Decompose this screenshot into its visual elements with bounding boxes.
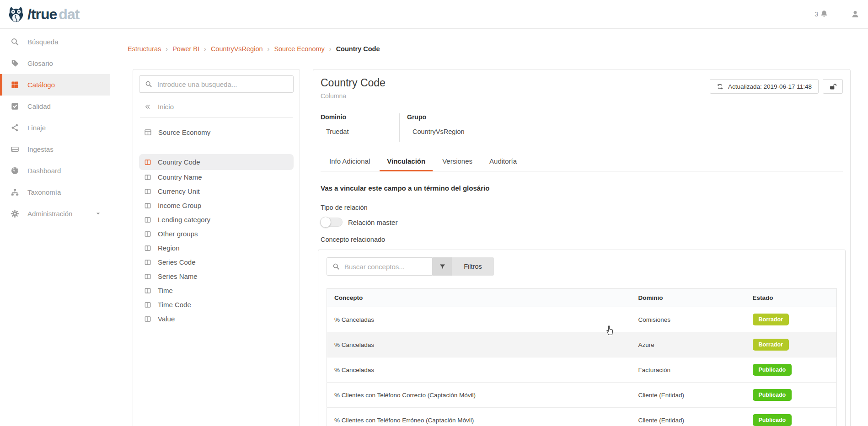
tag-icon bbox=[11, 59, 19, 68]
sidebar-item-ingestas[interactable]: Ingestas bbox=[0, 138, 110, 160]
truedat-logo[interactable]: /truedat bbox=[6, 5, 79, 24]
owl-logo-icon bbox=[6, 5, 26, 24]
notification-count: 3 bbox=[814, 11, 818, 18]
brand-text-primary: /true bbox=[27, 6, 57, 23]
updated-button[interactable]: Actualizada: 2019-06-17 11:48 bbox=[710, 79, 819, 94]
column-item-income-group[interactable]: Income Group bbox=[139, 198, 294, 213]
columns-icon bbox=[144, 287, 151, 294]
check-square-icon bbox=[11, 102, 19, 111]
user-icon[interactable] bbox=[851, 10, 860, 19]
column-item-label: Country Code bbox=[158, 158, 200, 166]
sidebar-item-catalogo[interactable]: Catálogo bbox=[0, 74, 110, 96]
sidebar-item-busqueda[interactable]: Búsqueda bbox=[0, 31, 110, 53]
domain-value: Truedat bbox=[326, 128, 399, 135]
column-item-other-groups[interactable]: Other groups bbox=[139, 227, 294, 241]
breadcrumb-separator: › bbox=[204, 45, 206, 53]
tab-auditoria[interactable]: Auditoría bbox=[489, 157, 517, 171]
back-to-home-link[interactable]: Inicio bbox=[144, 103, 294, 111]
column-item-label: Value bbox=[158, 315, 175, 323]
concept-link-panel: Filtros ConceptoDominioEstado % Cancelad… bbox=[318, 250, 846, 426]
column-header-concepto: Concepto bbox=[327, 289, 631, 307]
status-cell: Publicado bbox=[745, 383, 837, 408]
column-item-country-name[interactable]: Country Name bbox=[139, 170, 294, 184]
refresh-icon bbox=[717, 83, 723, 90]
domain-cell: Facturación bbox=[631, 357, 745, 383]
table-row[interactable]: % CanceladasAzureBorrador bbox=[327, 332, 837, 357]
main-content: Estructuras›Power BI›CountryVsRegion›Sou… bbox=[111, 29, 868, 426]
column-item-currency-unit[interactable]: Currency Unit bbox=[139, 184, 294, 198]
table-row[interactable]: % CanceladasComisionesBorrador bbox=[327, 307, 837, 332]
table-row[interactable]: % CanceladasFacturaciónPublicado bbox=[327, 357, 837, 383]
relation-type-label: Tipo de relación bbox=[321, 204, 843, 211]
sidebar-item-label: Calidad bbox=[27, 102, 51, 110]
lock-button[interactable] bbox=[823, 79, 843, 94]
concept-cell: % Clientes con Teléfono Erróneo (Captaci… bbox=[327, 408, 631, 426]
brand-text-secondary: dat bbox=[59, 6, 79, 23]
gauge-icon bbox=[11, 166, 19, 175]
column-item-time[interactable]: Time bbox=[139, 283, 294, 298]
breadcrumb-link-power-bi[interactable]: Power BI bbox=[172, 45, 199, 53]
tab-info-adicional[interactable]: Info Adicional bbox=[329, 157, 370, 171]
status-cell: Borrador bbox=[745, 332, 837, 357]
sidebar-item-dashboard[interactable]: Dashboard bbox=[0, 160, 110, 181]
parent-structure-item[interactable]: Source Economy bbox=[139, 125, 294, 140]
column-item-label: Time bbox=[158, 287, 173, 294]
breadcrumb-link-estructuras[interactable]: Estructuras bbox=[128, 45, 161, 53]
notifications-button[interactable]: 3 bbox=[814, 10, 829, 19]
column-item-label: Series Name bbox=[158, 272, 198, 280]
sidebar-item-taxonomia[interactable]: Taxonomía bbox=[0, 181, 110, 203]
metadata-section: Dominio Truedat Grupo CountryVsRegion bbox=[321, 113, 843, 142]
columns-icon bbox=[144, 188, 151, 195]
detail-panel: Country Code Columna Actualizada: 2019-0… bbox=[313, 69, 851, 426]
angles-left-icon bbox=[144, 103, 151, 110]
structure-search-box[interactable] bbox=[139, 75, 294, 93]
breadcrumb-link-source-economy[interactable]: Source Economy bbox=[274, 45, 324, 53]
filters-button[interactable]: Filtros bbox=[452, 257, 494, 276]
concept-search-cluster: Filtros bbox=[327, 257, 837, 276]
concept-search-box[interactable] bbox=[327, 257, 433, 276]
columns-icon bbox=[144, 301, 151, 309]
column-item-value[interactable]: Value bbox=[139, 312, 294, 326]
structure-search-input[interactable] bbox=[157, 80, 288, 88]
sidebar-item-glosario[interactable]: Glosario bbox=[0, 53, 110, 74]
column-item-label: Lending category bbox=[158, 216, 210, 224]
columns-icon bbox=[144, 230, 151, 238]
sitemap-icon bbox=[11, 188, 19, 197]
table-row[interactable]: % Clientes con Teléfono Erróneo (Captaci… bbox=[327, 408, 837, 426]
columns-icon bbox=[144, 273, 151, 280]
sidebar-item-calidad[interactable]: Calidad bbox=[0, 96, 110, 117]
page-title: Country Code bbox=[321, 77, 386, 89]
toggle-knob bbox=[320, 217, 331, 228]
filter-icon-button[interactable] bbox=[433, 257, 452, 276]
column-item-series-code[interactable]: Series Code bbox=[139, 255, 294, 269]
sidebar-item-administracion[interactable]: Administración bbox=[0, 203, 110, 224]
domain-cell: Cliente (Entidad) bbox=[631, 408, 745, 426]
inbox-icon bbox=[11, 145, 19, 154]
status-badge: Borrador bbox=[753, 314, 789, 325]
columns-icon bbox=[144, 216, 151, 224]
column-item-series-name[interactable]: Series Name bbox=[139, 269, 294, 283]
tab-vinculacion[interactable]: Vinculación bbox=[387, 157, 425, 171]
parent-structure-label: Source Economy bbox=[158, 128, 210, 136]
table-icon bbox=[144, 128, 152, 136]
column-item-country-code[interactable]: Country Code bbox=[139, 154, 294, 170]
column-item-time-code[interactable]: Time Code bbox=[139, 298, 294, 312]
columns-icon bbox=[144, 315, 151, 323]
breadcrumb: Estructuras›Power BI›CountryVsRegion›Sou… bbox=[128, 45, 380, 53]
related-concept-label: Concepto relacionado bbox=[321, 236, 843, 243]
relation-master-toggle[interactable] bbox=[321, 218, 343, 227]
column-item-region[interactable]: Region bbox=[139, 241, 294, 255]
concept-search-input[interactable] bbox=[344, 263, 435, 271]
breadcrumb-separator: › bbox=[329, 45, 332, 53]
column-item-lending-category[interactable]: Lending category bbox=[139, 213, 294, 227]
column-header-dominio: Dominio bbox=[631, 289, 745, 307]
status-cell: Borrador bbox=[745, 307, 837, 332]
sidebar-item-linaje[interactable]: Linaje bbox=[0, 117, 110, 138]
breadcrumb-link-countryvsregion[interactable]: CountryVsRegion bbox=[211, 45, 263, 53]
table-header-row: ConceptoDominioEstado bbox=[327, 289, 837, 307]
tab-versiones[interactable]: Versiones bbox=[442, 157, 472, 171]
table-row[interactable]: % Clientes con Teléfono Correcto (Captac… bbox=[327, 383, 837, 408]
status-badge: Publicado bbox=[753, 414, 792, 426]
share-icon bbox=[11, 123, 19, 132]
sidebar-item-label: Taxonomía bbox=[27, 188, 61, 196]
